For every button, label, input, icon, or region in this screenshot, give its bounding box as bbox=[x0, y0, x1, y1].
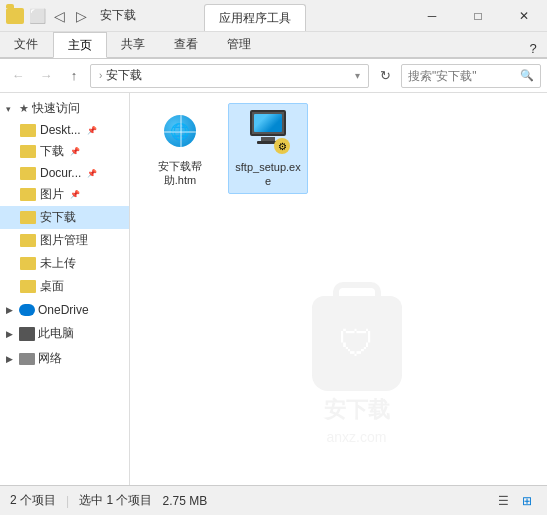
tab-share-label: 共享 bbox=[121, 36, 145, 53]
network-header[interactable]: ▶ 网络 bbox=[0, 347, 129, 370]
back-icon-title[interactable]: ◁ bbox=[50, 7, 68, 25]
watermark: 🛡 安下载 anxz.com bbox=[312, 296, 402, 445]
tab-home[interactable]: 主页 bbox=[53, 32, 107, 58]
item-count: 2 个项目 bbox=[10, 492, 56, 509]
sidebar-item-label: 桌面 bbox=[40, 278, 64, 295]
tab-view-label: 查看 bbox=[174, 36, 198, 53]
forward-icon-title[interactable]: ▷ bbox=[72, 7, 90, 25]
onedrive-icon bbox=[19, 304, 35, 316]
sidebar-item-pictures[interactable]: 图片 📌 bbox=[0, 183, 129, 206]
folder-icon bbox=[20, 280, 36, 293]
pin-icon: 📌 bbox=[70, 190, 80, 199]
star-icon: ★ bbox=[19, 102, 29, 115]
folder-icon bbox=[20, 124, 36, 137]
expand-icon: ▶ bbox=[6, 329, 16, 339]
details-view-button[interactable]: ☰ bbox=[493, 491, 513, 511]
forward-icon: → bbox=[40, 68, 53, 83]
pin-icon: 📌 bbox=[87, 169, 97, 178]
pin-icon: 📌 bbox=[87, 126, 97, 135]
network-section: ▶ 网络 bbox=[0, 347, 129, 370]
sidebar-item-desktop2[interactable]: 桌面 bbox=[0, 275, 129, 298]
this-pc-header[interactable]: ▶ 此电脑 bbox=[0, 322, 129, 345]
sidebar-item-desktop[interactable]: Deskt... 📌 bbox=[0, 120, 129, 140]
up-icon: ↑ bbox=[71, 68, 78, 83]
folder-icon bbox=[20, 234, 36, 247]
address-bar: ← → ↑ › 安下载 ▾ ↻ 🔍 bbox=[0, 59, 547, 93]
sidebar-item-label: Docur... bbox=[40, 166, 81, 180]
sidebar-item-label: Deskt... bbox=[40, 123, 81, 137]
status-bar: 2 个项目 | 选中 1 个项目 2.75 MB ☰ ⊞ bbox=[0, 485, 547, 515]
tab-home-label: 主页 bbox=[68, 37, 92, 54]
minimize-icon[interactable]: ⬜ bbox=[28, 7, 46, 25]
file-item-exe[interactable]: ⚙ sftp_setup.exe bbox=[228, 103, 308, 194]
back-icon: ← bbox=[12, 68, 25, 83]
expand-icon: ▶ bbox=[6, 354, 16, 364]
sidebar-item-label: 下载 bbox=[40, 143, 64, 160]
refresh-button[interactable]: ↻ bbox=[373, 64, 397, 88]
watermark-sub: anxz.com bbox=[327, 429, 387, 445]
window-icon bbox=[6, 7, 24, 25]
path-dropdown-icon[interactable]: ▾ bbox=[355, 70, 360, 81]
quick-access-header[interactable]: ▾ ★ 快速访问 bbox=[0, 97, 129, 120]
tab-manage-label: 管理 bbox=[227, 36, 251, 53]
folder-icon-small bbox=[6, 8, 24, 24]
quick-access-section: ▾ ★ 快速访问 Deskt... 📌 下载 📌 Docur... 📌 bbox=[0, 97, 129, 298]
file-icon-exe: ⚙ bbox=[244, 108, 292, 156]
tab-view[interactable]: 查看 bbox=[160, 32, 213, 57]
sidebar-item-label: 安下载 bbox=[40, 209, 76, 226]
this-pc-label: 此电脑 bbox=[38, 325, 74, 342]
title-label: 安下载 bbox=[100, 7, 136, 24]
forward-button[interactable]: → bbox=[34, 64, 58, 88]
sidebar-item-picmgr[interactable]: 图片管理 bbox=[0, 229, 129, 252]
folder-icon bbox=[20, 257, 36, 270]
title-bar: ⬜ ◁ ▷ 安下载 应用程序工具 ─ □ ✕ bbox=[0, 0, 547, 32]
tab-share[interactable]: 共享 bbox=[107, 32, 160, 57]
file-area: 🛡 安下载 anxz.com 🌐 安下载帮助.htm bbox=[130, 93, 547, 485]
computer-icon bbox=[19, 327, 35, 341]
window-title: 安下载 bbox=[96, 0, 204, 31]
sidebar-item-upload[interactable]: 未上传 bbox=[0, 252, 129, 275]
back-button[interactable]: ← bbox=[6, 64, 30, 88]
address-path[interactable]: › 安下载 ▾ bbox=[90, 64, 369, 88]
close-button[interactable]: ✕ bbox=[501, 0, 547, 32]
folder-icon bbox=[20, 167, 36, 180]
this-pc-section: ▶ 此电脑 bbox=[0, 322, 129, 345]
network-label: 网络 bbox=[38, 350, 62, 367]
file-name-htm: 安下载帮助.htm bbox=[144, 159, 216, 188]
file-item-htm[interactable]: 🌐 安下载帮助.htm bbox=[140, 103, 220, 194]
watermark-text: 安下载 bbox=[324, 395, 390, 425]
view-controls: ☰ ⊞ bbox=[493, 491, 537, 511]
sidebar-item-label: 图片 bbox=[40, 186, 64, 203]
onedrive-header[interactable]: ▶ OneDrive bbox=[0, 300, 129, 320]
sidebar: ▾ ★ 快速访问 Deskt... 📌 下载 📌 Docur... 📌 bbox=[0, 93, 130, 485]
sidebar-item-download[interactable]: 下载 📌 bbox=[0, 140, 129, 163]
minimize-button[interactable]: ─ bbox=[409, 0, 455, 32]
sidebar-item-documents[interactable]: Docur... 📌 bbox=[0, 163, 129, 183]
refresh-icon: ↻ bbox=[380, 68, 391, 83]
sidebar-item-anxz[interactable]: 安下载 bbox=[0, 206, 129, 229]
title-bar-left: ⬜ ◁ ▷ bbox=[0, 0, 96, 31]
title-controls: ─ □ ✕ bbox=[409, 0, 547, 31]
tab-file[interactable]: 文件 bbox=[0, 32, 53, 57]
onedrive-section: ▶ OneDrive bbox=[0, 300, 129, 320]
globe-lines: 🌐 bbox=[170, 122, 190, 141]
file-name-exe: sftp_setup.exe bbox=[233, 160, 303, 189]
icon-view-button[interactable]: ⊞ bbox=[517, 491, 537, 511]
ribbon-help-button[interactable]: ? bbox=[519, 32, 547, 64]
up-button[interactable]: ↑ bbox=[62, 64, 86, 88]
path-segment: 安下载 bbox=[106, 67, 142, 84]
folder-icon bbox=[20, 211, 36, 224]
screen-content bbox=[254, 114, 282, 132]
quick-access-label: 快速访问 bbox=[32, 100, 80, 117]
file-icon-htm: 🌐 bbox=[156, 107, 204, 155]
maximize-button[interactable]: □ bbox=[455, 0, 501, 32]
search-box[interactable]: 🔍 bbox=[401, 64, 541, 88]
path-root-arrow: › bbox=[99, 70, 102, 81]
selected-count: 选中 1 个项目 bbox=[79, 492, 152, 509]
onedrive-label: OneDrive bbox=[38, 303, 89, 317]
tab-manage[interactable]: 管理 bbox=[213, 32, 266, 57]
app-tools-tab[interactable]: 应用程序工具 bbox=[204, 4, 306, 31]
network-icon bbox=[19, 353, 35, 365]
search-input[interactable] bbox=[408, 69, 516, 83]
watermark-shield: 🛡 bbox=[339, 323, 375, 365]
